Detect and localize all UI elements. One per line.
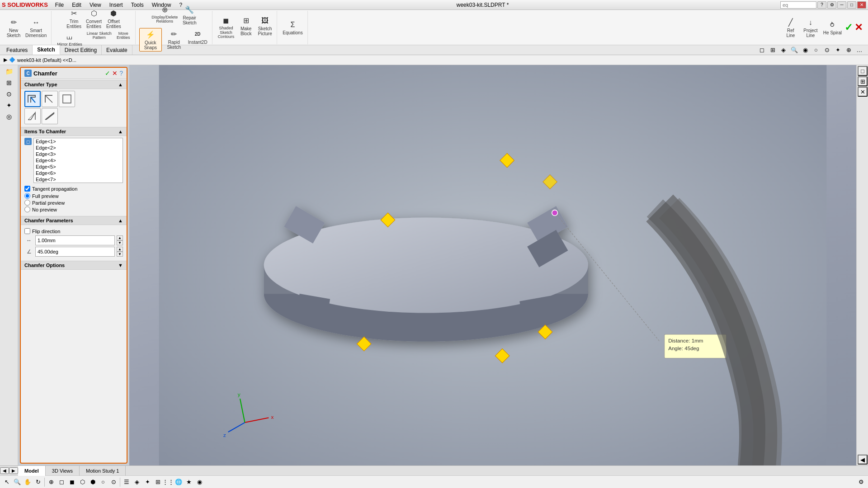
sketch-picture-btn[interactable]: 🖼 SketchPicture [256, 14, 274, 41]
chamfer-type-btn-5[interactable] [42, 108, 58, 124]
chamfer-type-btn-4[interactable] [24, 108, 41, 124]
full-preview-radio[interactable] [24, 193, 30, 199]
view-icon-6[interactable]: ○ [811, 45, 821, 55]
edge-item-1[interactable]: Edge<1> [34, 138, 123, 145]
chamfer-type-header[interactable]: Chamfer Type ▲ [21, 80, 127, 89]
edge-item-2[interactable]: Edge<2> [34, 145, 123, 151]
btm-display-3[interactable]: ⊞ [153, 477, 163, 487]
distance-input[interactable] [35, 235, 115, 245]
confirm-btn[interactable]: ✓ [844, 22, 853, 33]
tab-evaluate[interactable]: Evaluate [102, 45, 132, 55]
chamfer-options-header[interactable]: Chamfer Options ▼ [21, 261, 127, 270]
btm-display-1[interactable]: ◈ [132, 477, 142, 487]
offset-entities-btn[interactable]: ⬢ OffsetEntities [104, 7, 123, 30]
btm-view-5[interactable]: ○ [98, 477, 108, 487]
feature-icon-1[interactable]: 📁 [1, 66, 17, 77]
btm-section-view-btn[interactable]: ☰ [122, 477, 132, 487]
chamfer-type-btn-3[interactable] [59, 91, 75, 107]
edge-item-6[interactable]: Edge<6> [34, 170, 123, 176]
tab-sketch[interactable]: Sketch [33, 45, 60, 55]
partial-preview-radio[interactable] [24, 200, 30, 206]
trim-entities-btn[interactable]: ✂ TrimEntities [65, 7, 83, 30]
items-to-chamfer-header[interactable]: Items To Chamfer ▲ [21, 127, 127, 136]
btm-view-1[interactable]: ◻ [57, 477, 66, 487]
btm-render-btn[interactable]: ◉ [194, 477, 204, 487]
help-btn[interactable]: ? [817, 1, 826, 9]
view-icon-5[interactable]: ◉ [800, 45, 810, 55]
tab-features[interactable]: Features [2, 45, 33, 55]
edge-item-7[interactable]: Edge<7> [34, 176, 123, 183]
new-sketch-btn[interactable]: ✏ NewSketch [5, 16, 23, 39]
edge-item-3[interactable]: Edge<3> [34, 151, 123, 157]
smart-dimension-btn[interactable]: ↔ SmartDimension [24, 16, 48, 39]
display-delete-btn[interactable]: ⊕ Display/DeleteRelations [150, 4, 179, 26]
shaded-sketch-btn[interactable]: ◼ ShadedSketchContours [216, 14, 236, 41]
edges-list[interactable]: Edge<1> Edge<2> Edge<3> Edge<4> Edge<5> … [33, 138, 123, 183]
view-icon-7[interactable]: ⊙ [822, 45, 832, 55]
cancel-btn[interactable]: ✕ [854, 22, 863, 33]
viewport-3d[interactable]: Distance: 1mm Angle: 45deg x y z [129, 65, 856, 465]
feature-icon-2[interactable]: ⊞ [1, 77, 17, 88]
edge-item-8[interactable]: Edge<8> [34, 183, 123, 183]
edge-item-4[interactable]: Edge<4> [34, 157, 123, 164]
menu-tools[interactable]: Tools [128, 1, 146, 9]
tab-direct-editing[interactable]: Direct Editing [60, 45, 102, 55]
view-icon-9[interactable]: ⊕ [844, 45, 854, 55]
search-input[interactable] [780, 1, 816, 9]
rt-btn-close[interactable]: ✕ [858, 87, 868, 97]
view-icon-2[interactable]: ⊞ [768, 45, 778, 55]
settings-btn[interactable]: ⚙ [827, 1, 836, 9]
project-curve-btn[interactable]: ↓ ProjectLine [802, 16, 820, 39]
view-icon-3[interactable]: ◈ [778, 45, 788, 55]
tangent-propagation-checkbox[interactable] [24, 186, 30, 192]
feature-icon-5[interactable]: ◎ [1, 111, 17, 122]
no-preview-radio[interactable] [24, 206, 30, 212]
edge-item-5[interactable]: Edge<5> [34, 164, 123, 170]
tab-scroll-right[interactable]: ▶ [9, 467, 18, 474]
rt-btn-maximize[interactable]: □ [858, 66, 868, 76]
view-icon-4[interactable]: 🔍 [789, 45, 799, 55]
tab-motion-study-1[interactable]: Motion Study 1 [80, 466, 126, 476]
panel-cancel-btn[interactable]: ✕ [112, 70, 118, 77]
breadcrumb-arrow[interactable]: ▶ [4, 57, 7, 63]
distance-down-btn[interactable]: ▼ [117, 240, 123, 245]
angle-input[interactable] [35, 247, 115, 257]
equations-btn[interactable]: Σ Equations [281, 19, 304, 36]
tab-scroll-left[interactable]: ◀ [0, 467, 9, 474]
make-block-btn[interactable]: ⊞ MakeBlock [237, 14, 255, 41]
chamfer-type-btn-1[interactable] [24, 91, 41, 107]
btm-settings-btn[interactable]: ⚙ [856, 477, 866, 487]
btm-select-btn[interactable]: ↖ [2, 477, 12, 487]
tab-3d-views[interactable]: 3D Views [46, 466, 80, 476]
btm-rotate-btn[interactable]: ↻ [33, 477, 43, 487]
tab-model[interactable]: Model [18, 466, 46, 476]
panel-help-btn[interactable]: ? [119, 70, 123, 77]
view-options-btn[interactable]: … [854, 45, 864, 55]
helix-spiral-btn[interactable]: ⥁ He Spiral [821, 19, 844, 36]
btm-scene-btn[interactable]: 🌐 [174, 477, 184, 487]
flip-direction-checkbox[interactable] [24, 228, 30, 234]
feature-icon-3[interactable]: ⊙ [1, 89, 17, 99]
rt-btn-collapse[interactable]: ◀ [858, 455, 868, 465]
btm-zoom-btn[interactable]: 🔍 [12, 477, 22, 487]
btm-view-6[interactable]: ⊙ [108, 477, 118, 487]
close-btn[interactable]: ✕ [857, 1, 866, 9]
btm-apply-scene-btn[interactable]: ★ [184, 477, 194, 487]
distance-up-btn[interactable]: ▲ [117, 235, 123, 240]
btm-display-2[interactable]: ✦ [142, 477, 152, 487]
btm-view-3[interactable]: ⬡ [77, 477, 87, 487]
btm-view-2[interactable]: ◼ [67, 477, 77, 487]
chamfer-parameters-header[interactable]: Chamfer Parameters ▲ [21, 216, 127, 225]
repair-sketch-btn[interactable]: 🔧 RepairSketch [180, 4, 198, 26]
btm-pan-btn[interactable]: ✋ [23, 477, 33, 487]
view-icon-8[interactable]: ✦ [833, 45, 843, 55]
convert-entities-btn[interactable]: ⬡ ConvertEntities [84, 7, 104, 30]
chamfer-type-btn-2[interactable] [42, 91, 58, 107]
panel-confirm-btn[interactable]: ✓ [105, 70, 110, 77]
btm-display-4[interactable]: ⋮⋮ [163, 477, 173, 487]
angle-down-btn[interactable]: ▼ [117, 252, 123, 257]
view-icon-1[interactable]: ◻ [757, 45, 767, 55]
btm-view-4[interactable]: ⬢ [88, 477, 98, 487]
angle-up-btn[interactable]: ▲ [117, 247, 123, 252]
feature-icon-4[interactable]: ✦ [1, 100, 17, 111]
